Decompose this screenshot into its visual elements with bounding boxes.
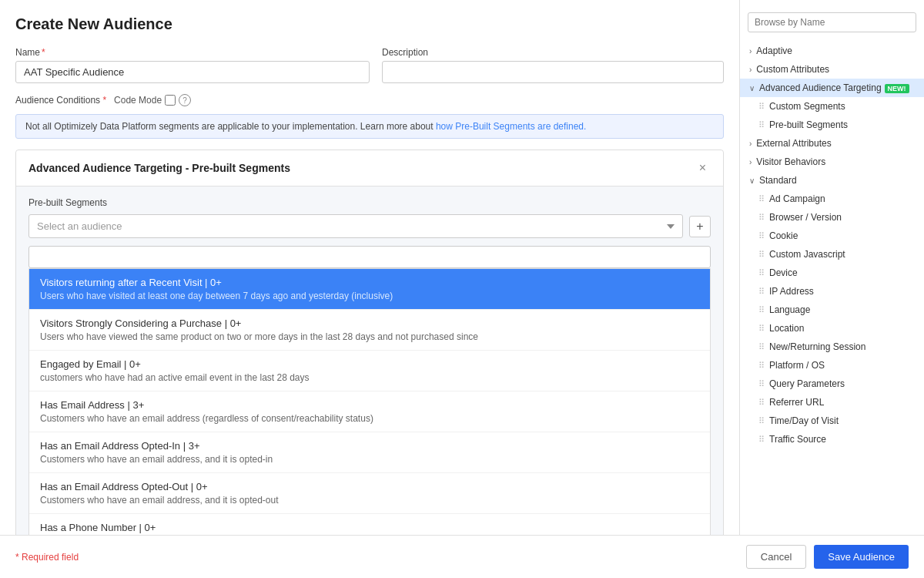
modal-title: Advanced Audience Targeting - Pre-built … [28, 162, 290, 174]
dropdown-item[interactable]: Has a Phone Number | 0+Customers who hav… [29, 514, 710, 535]
sidebar-item-visitor-behaviors[interactable]: ›Visitor Behaviors [740, 153, 924, 171]
name-input[interactable]: AAT Specific Audience [15, 61, 370, 83]
select-row: Select an audience + [28, 214, 711, 238]
drag-icon: ⠿ [758, 416, 765, 426]
footer-buttons: Cancel Save Audience [746, 545, 909, 569]
right-search-input[interactable] [748, 12, 916, 32]
sidebar-child-item[interactable]: ⠿Custom Javascript [740, 245, 924, 264]
drag-icon: ⠿ [758, 324, 765, 334]
chevron-icon: › [749, 66, 752, 74]
sidebar-child-item[interactable]: ⠿Ad Campaign [740, 190, 924, 208]
chevron-icon: ∨ [749, 176, 755, 185]
drag-icon: ⠿ [758, 287, 765, 297]
dropdown-item[interactable]: Has Email Address | 3+Customers who have… [29, 391, 710, 432]
modal-body: Pre-built Segments Select an audience + … [16, 187, 723, 535]
pre-built-segments-link[interactable]: how Pre-Built Segments are defined. [436, 121, 586, 132]
drag-icon: ⠿ [758, 342, 765, 352]
right-search-box [740, 8, 924, 37]
sidebar-item-external-attributes[interactable]: ›External Attributes [740, 134, 924, 153]
dropdown-item[interactable]: Visitors returning after a Recent Visit … [29, 269, 710, 310]
description-field-group: Description [382, 47, 724, 83]
code-mode-label: Code Mode ? [114, 94, 191, 106]
dropdown-item[interactable]: Visitors Strongly Considering a Purchase… [29, 310, 710, 351]
sidebar-child-item[interactable]: ⠿Browser / Version [740, 208, 924, 227]
chevron-icon: ∨ [749, 84, 755, 92]
help-icon[interactable]: ? [179, 94, 191, 106]
sidebar-item-advanced-audience-targeting[interactable]: ∨Advanced Audience TargetingNEW! [740, 79, 924, 97]
drag-icon: ⠿ [758, 398, 765, 408]
info-banner: Not all Optimizely Data Platform segment… [15, 114, 724, 139]
sidebar-child-item[interactable]: ⠿Device [740, 264, 924, 282]
name-label: Name* [15, 47, 370, 58]
sidebar-child-item[interactable]: ⠿Platform / OS [740, 356, 924, 375]
drag-icon: ⠿ [758, 379, 765, 389]
dropdown-search-input[interactable] [28, 246, 711, 268]
dropdown-item[interactable]: Has an Email Address Opted-In | 3+Custom… [29, 432, 710, 473]
code-mode-checkbox[interactable] [165, 95, 176, 106]
chevron-icon: › [749, 158, 752, 166]
sidebar-child-item[interactable]: ⠿Traffic Source [740, 430, 924, 449]
left-panel: Create New Audience Name* AAT Specific A… [0, 0, 739, 535]
modal-header: Advanced Audience Targeting - Pre-built … [16, 150, 723, 187]
chevron-icon: › [749, 139, 752, 148]
drag-icon: ⠿ [758, 120, 765, 130]
pre-built-label: Pre-built Segments [28, 197, 711, 208]
drag-icon: ⠿ [758, 361, 765, 371]
sidebar-item-custom-attributes[interactable]: ›Custom Attributes [740, 60, 924, 79]
drag-icon: ⠿ [758, 250, 765, 260]
page-title: Create New Audience [15, 15, 724, 33]
drag-icon: ⠿ [758, 305, 765, 315]
drag-icon: ⠿ [758, 194, 765, 204]
description-label: Description [382, 47, 724, 58]
sidebar-child-item[interactable]: ⠿Query Parameters [740, 375, 924, 393]
dropdown-item[interactable]: Has an Email Address Opted-Out | 0+Custo… [29, 473, 710, 514]
right-tree: ›Adaptive›Custom Attributes∨Advanced Aud… [740, 42, 924, 449]
right-panel: ›Adaptive›Custom Attributes∨Advanced Aud… [739, 0, 924, 535]
page-container: Create New Audience Name* AAT Specific A… [0, 0, 924, 578]
audience-conditions-label: Audience Conditions * [15, 95, 106, 106]
drag-icon: ⠿ [758, 268, 765, 278]
sidebar-child-item[interactable]: ⠿Custom Segments [740, 97, 924, 116]
audience-select[interactable]: Select an audience [28, 214, 683, 238]
modal-overlay: Advanced Audience Targeting - Pre-built … [15, 150, 724, 535]
form-row: Name* AAT Specific Audience Description [15, 47, 724, 83]
cancel-button[interactable]: Cancel [746, 545, 806, 569]
sidebar-child-item[interactable]: ⠿IP Address [740, 282, 924, 301]
description-input[interactable] [382, 61, 724, 83]
add-button[interactable]: + [689, 216, 711, 237]
drag-icon: ⠿ [758, 231, 765, 241]
sidebar-child-item[interactable]: ⠿Referrer URL [740, 393, 924, 412]
name-field-group: Name* AAT Specific Audience [15, 47, 370, 83]
drag-icon: ⠿ [758, 213, 765, 223]
footer: * Required field Cancel Save Audience [0, 535, 924, 578]
sidebar-child-item[interactable]: ⠿Time/Day of Visit [740, 412, 924, 430]
drag-icon: ⠿ [758, 102, 765, 112]
chevron-icon: › [749, 47, 752, 55]
dropdown-list: Visitors returning after a Recent Visit … [28, 268, 711, 535]
required-note: * Required field [15, 552, 79, 563]
sidebar-item-standard[interactable]: ∨Standard [740, 171, 924, 190]
sidebar-item-adaptive[interactable]: ›Adaptive [740, 42, 924, 60]
sidebar-child-item[interactable]: ⠿Location [740, 319, 924, 338]
sidebar-child-item[interactable]: ⠿Language [740, 301, 924, 319]
drag-icon: ⠿ [758, 435, 765, 445]
modal-close-button[interactable]: × [695, 160, 711, 176]
dropdown-item[interactable]: Engaged by Email | 0+customers who have … [29, 351, 710, 391]
sidebar-child-item[interactable]: ⠿Cookie [740, 227, 924, 245]
sidebar-child-item[interactable]: ⠿Pre-built Segments [740, 116, 924, 134]
audience-conditions-row: Audience Conditions * Code Mode ? [15, 94, 724, 106]
sidebar-child-item[interactable]: ⠿New/Returning Session [740, 338, 924, 356]
main-content: Create New Audience Name* AAT Specific A… [0, 0, 924, 535]
save-audience-button[interactable]: Save Audience [814, 545, 909, 569]
